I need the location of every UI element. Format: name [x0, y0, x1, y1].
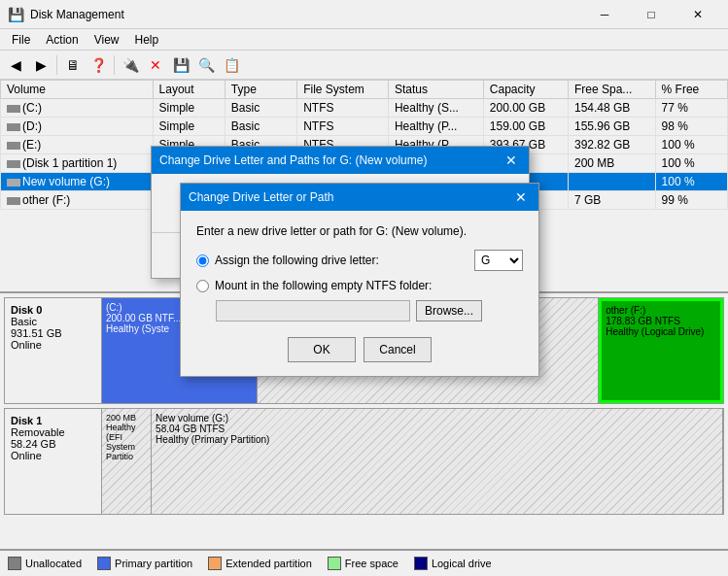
inner-dialog-title-bar: Change Drive Letter or Path ✕	[181, 184, 538, 211]
cell-fs: NTFS	[297, 99, 389, 118]
disk0-name: Disk 0	[11, 304, 95, 316]
legend-primary: Primary partition	[97, 557, 192, 570]
cell-volume: (Disk 1 partition 1)	[1, 154, 154, 173]
drive-letter-dropdown[interactable]: G H I J K	[474, 250, 523, 271]
inner-dialog-close-button[interactable]: ✕	[511, 187, 531, 207]
disk1-partition-efi[interactable]: 200 MB Healthy (EFI System Partitio	[102, 409, 152, 514]
legend-box-logical	[414, 557, 428, 570]
toolbar-forward[interactable]: ▶	[29, 53, 52, 77]
outer-dialog-title: Change Drive Letter and Paths for G: (Ne…	[159, 153, 427, 167]
legend-label-unallocated: Unallocated	[25, 558, 82, 569]
inner-cancel-button[interactable]: Cancel	[364, 337, 432, 362]
menu-file[interactable]: File	[4, 31, 38, 49]
inner-dialog-body: Enter a new drive letter or path for G: …	[181, 211, 538, 376]
toolbar-search[interactable]: 🔍	[194, 53, 218, 77]
partition-status: Healthy (Primary Partition)	[156, 434, 718, 445]
partition-size: 58.04 GB NTFS	[156, 424, 718, 434]
folder-row: Browse...	[216, 300, 523, 322]
legend-unallocated: Unallocated	[8, 557, 82, 570]
toolbar-help[interactable]: ❓	[87, 53, 110, 77]
col-capacity: Capacity	[483, 81, 568, 99]
toolbar-connect[interactable]: 🔌	[119, 53, 142, 77]
disk0-partition-f[interactable]: other (F:) 178.83 GB NTFS Healthy (Logic…	[599, 298, 723, 403]
legend-label-primary: Primary partition	[115, 558, 192, 569]
toolbar-back[interactable]: ◀	[4, 53, 27, 77]
partition-label: New volume (G:)	[156, 413, 718, 424]
disk1-status: Online	[11, 450, 95, 461]
legend-box-unallocated	[8, 557, 21, 570]
disk1-size: 58.24 GB	[11, 438, 95, 450]
partition-status: Healthy (Logical Drive)	[606, 326, 716, 337]
inner-dialog-title: Change Drive Letter or Path	[189, 190, 333, 204]
menu-bar: File Action View Help	[0, 29, 728, 51]
legend-box-primary	[97, 557, 111, 570]
disk0-info: Disk 0 Basic 931.51 GB Online	[5, 298, 102, 403]
title-bar-text: Disk Management	[30, 8, 582, 21]
partition-status: Healthy (EFI System Partitio	[106, 423, 147, 461]
cell-status: Healthy (S...	[388, 99, 483, 118]
cell-free: 154.48 GB	[568, 99, 655, 118]
table-row[interactable]: (D:) Simple Basic NTFS Healthy (P... 159…	[1, 118, 728, 136]
col-type: Type	[225, 81, 296, 99]
table-row[interactable]: (C:) Simple Basic NTFS Healthy (S... 200…	[1, 99, 728, 118]
legend-extended: Extended partition	[208, 557, 312, 570]
col-fs: File System	[297, 81, 389, 99]
radio-group: Assign the following drive letter: G H I…	[196, 250, 523, 322]
disk1-info: Disk 1 Removable 58.24 GB Online	[5, 409, 102, 514]
cell-type: Basic	[225, 99, 296, 118]
cell-volume: (E:)	[1, 136, 154, 154]
legend-box-freespace	[328, 557, 341, 570]
close-button[interactable]: ✕	[676, 1, 720, 28]
disk1-row: Disk 1 Removable 58.24 GB Online 200 MB …	[4, 408, 724, 515]
browse-button[interactable]: Browse...	[416, 300, 482, 322]
legend-label-logical: Logical drive	[432, 558, 492, 569]
cell-capacity: 200.00 GB	[483, 99, 568, 118]
toolbar-save[interactable]: 💾	[169, 53, 192, 77]
menu-action[interactable]: Action	[38, 31, 86, 49]
toolbar-computer[interactable]: 🖥	[61, 53, 85, 77]
col-layout: Layout	[153, 81, 225, 99]
disk0-size: 931.51 GB	[11, 327, 95, 339]
radio-mount[interactable]	[196, 280, 209, 292]
disk1-partitions: 200 MB Healthy (EFI System Partitio New …	[102, 409, 723, 514]
radio1-row: Assign the following drive letter: G H I…	[196, 250, 523, 271]
toolbar-delete[interactable]: ✕	[144, 53, 167, 77]
cell-volume: other (F:)	[1, 191, 154, 210]
col-pct: % Free	[655, 81, 727, 99]
toolbar-sep1	[56, 55, 57, 75]
cell-pct: 77 %	[655, 99, 727, 118]
legend-box-extended	[208, 557, 222, 570]
partition-size: 178.83 GB NTFS	[606, 316, 716, 326]
disk1-name: Disk 1	[11, 415, 95, 426]
legend-logical: Logical drive	[414, 557, 492, 570]
inner-ok-button[interactable]: OK	[288, 337, 356, 362]
inner-dialog-buttons: OK Cancel	[196, 337, 523, 362]
radio2-label: Mount in the following empty NTFS folder…	[215, 279, 523, 292]
outer-dialog-close-button[interactable]: ✕	[502, 151, 521, 170]
toolbar-sep2	[114, 55, 115, 75]
minimize-button[interactable]: ─	[582, 1, 627, 28]
folder-path-input[interactable]	[216, 300, 410, 322]
legend-freespace: Free space	[328, 557, 399, 570]
col-status: Status	[388, 81, 483, 99]
cell-volume: (D:)	[1, 118, 154, 136]
partition-size: 200 MB	[106, 413, 147, 423]
maximize-button[interactable]: □	[629, 1, 674, 28]
legend: Unallocated Primary partition Extended p…	[0, 549, 728, 576]
legend-label-extended: Extended partition	[225, 558, 312, 569]
app-icon: 💾	[8, 7, 24, 22]
disk1-partition-g[interactable]: New volume (G:) 58.04 GB NTFS Healthy (P…	[152, 409, 723, 514]
radio-assign[interactable]	[196, 254, 209, 267]
outer-dialog-title-bar: Change Drive Letter and Paths for G: (Ne…	[152, 147, 529, 174]
col-free: Free Spa...	[568, 81, 655, 99]
radio1-label: Assign the following drive letter:	[215, 254, 468, 267]
inner-dialog-description: Enter a new drive letter or path for G: …	[196, 224, 523, 238]
col-volume: Volume	[1, 81, 154, 99]
inner-dialog: Change Drive Letter or Path ✕ Enter a ne…	[180, 183, 539, 377]
disk0-type: Basic	[11, 316, 95, 327]
cell-layout: Simple	[153, 99, 225, 118]
menu-view[interactable]: View	[87, 31, 127, 49]
menu-help[interactable]: Help	[127, 31, 167, 49]
radio2-row: Mount in the following empty NTFS folder…	[196, 279, 523, 292]
toolbar-properties[interactable]: 📋	[220, 53, 243, 77]
